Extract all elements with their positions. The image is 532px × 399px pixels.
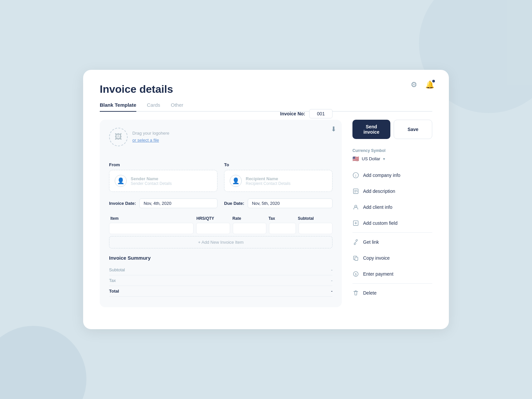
col-subtotal: Subtotal <box>298 216 331 221</box>
invoice-summary: Invoice Summury Subtotal - Tax - Total - <box>109 255 332 297</box>
sidebar-actions: i Add company info <box>352 167 432 301</box>
invoice-no-input[interactable] <box>309 109 332 118</box>
currency-chevron-icon: ▾ <box>383 157 385 161</box>
add-description-button[interactable]: Add description <box>352 183 432 199</box>
settings-button[interactable]: ⚙ <box>409 79 419 90</box>
main-content: ⬇ 🖼 Drag your logohere or select a file … <box>100 120 432 307</box>
summary-tax-value: - <box>331 278 332 283</box>
add-item-button[interactable]: + Add New Invoice Item <box>109 236 332 248</box>
send-invoice-button[interactable]: Send invoice <box>352 120 390 139</box>
notifications-button[interactable]: 🔔 <box>424 79 436 90</box>
invoice-panel: ⬇ 🖼 Drag your logohere or select a file … <box>100 120 342 307</box>
table-row <box>109 223 332 234</box>
col-rate: Rate <box>232 216 266 221</box>
svg-text:i: i <box>355 174 356 178</box>
item-cell-rate[interactable] <box>233 223 267 234</box>
copy-icon <box>352 255 359 261</box>
recipient-card[interactable]: 👤 Recipient Name Recipient Contact Detai… <box>224 170 332 192</box>
to-label: To <box>224 162 332 167</box>
page-title: Invoice details <box>100 83 432 95</box>
sender-details: Sender Contact Details <box>131 181 172 186</box>
tab-other[interactable]: Other <box>171 102 184 111</box>
sender-card[interactable]: 👤 Sender Name Sender Contact Details <box>109 170 217 192</box>
enter-payment-button[interactable]: $ Enter payment <box>352 266 432 282</box>
logo-area: 🖼 Drag your logohere or select a file <box>109 128 169 146</box>
tabs-container: Blank Template Cards Other <box>100 102 432 112</box>
client-info-icon <box>352 204 359 210</box>
divider-1 <box>352 232 432 233</box>
payment-icon: $ <box>352 271 359 277</box>
item-cell-tax[interactable] <box>269 223 296 234</box>
from-section: From 👤 Sender Name Sender Contact Detail… <box>109 162 217 192</box>
select-file-link[interactable]: or select a file <box>132 138 159 143</box>
item-cell-hrs[interactable] <box>196 223 230 234</box>
gear-icon: ⚙ <box>411 80 417 89</box>
from-to-row: From 👤 Sender Name Sender Contact Detail… <box>109 162 332 192</box>
summary-tax-label: Tax <box>109 278 116 283</box>
summary-subtotal-value: - <box>331 267 332 272</box>
col-tax: Tax <box>268 216 295 221</box>
svg-line-10 <box>355 241 356 243</box>
logo-and-invoice-no: 🖼 Drag your logohere or select a file In… <box>109 128 332 154</box>
tab-blank-template[interactable]: Blank Template <box>100 102 136 112</box>
summary-subtotal-label: Subtotal <box>109 267 125 272</box>
recipient-info: Recipient Name Recipient Contact Details <box>246 176 291 186</box>
dates-row: Invoice Date: Due Date: <box>109 199 332 208</box>
logo-placeholder: 🖼 <box>109 128 128 146</box>
invoice-date-label: Invoice Date: <box>109 201 136 206</box>
to-section: To 👤 Recipient Name Recipient Contact De… <box>224 162 332 192</box>
col-item: Item <box>110 216 194 221</box>
download-icon: ⬇ <box>331 125 336 133</box>
right-sidebar: Send invoice Save Currency Symbol 🇺🇸 US … <box>352 120 432 301</box>
trash-icon <box>352 290 359 296</box>
action-buttons: Send invoice Save <box>352 120 432 139</box>
items-table: Item HRS/QTY Rate Tax Subtotal + Add New… <box>109 216 332 248</box>
notification-badge <box>432 80 435 82</box>
from-label: From <box>109 162 217 167</box>
due-date-input[interactable] <box>248 199 332 208</box>
due-date-field: Due Date: <box>224 199 332 208</box>
recipient-icon: 👤 <box>230 175 242 187</box>
add-company-info-button[interactable]: i Add company info <box>352 167 432 183</box>
col-hrs-qty: HRS/QTY <box>197 216 230 221</box>
add-company-info-label: Add company info <box>363 173 400 178</box>
description-icon <box>352 188 359 195</box>
item-cell-name[interactable] <box>109 223 194 234</box>
summary-total-label: Total <box>109 289 119 294</box>
svg-rect-11 <box>355 257 358 260</box>
copy-invoice-label: Copy invoice <box>363 255 390 261</box>
summary-row-subtotal: Subtotal - <box>109 265 332 275</box>
logo-text: Drag your logohere or select a file <box>132 130 169 144</box>
delete-button[interactable]: Delete <box>352 285 432 301</box>
sender-icon: 👤 <box>115 175 127 187</box>
due-date-label: Due Date: <box>224 201 244 206</box>
currency-flag: 🇺🇸 <box>352 156 359 162</box>
currency-section: Currency Symbol 🇺🇸 US Dollar ▾ <box>352 148 432 162</box>
company-info-icon: i <box>352 172 359 179</box>
summary-title: Invoice Summury <box>109 255 332 261</box>
currency-selector[interactable]: 🇺🇸 US Dollar ▾ <box>352 156 432 162</box>
link-icon <box>352 239 359 245</box>
add-custom-field-label: Add custom field <box>363 220 398 226</box>
divider-2 <box>352 283 432 284</box>
invoice-no-row: Invoice No: <box>280 109 332 118</box>
invoice-date-input[interactable] <box>139 199 217 208</box>
copy-invoice-button[interactable]: Copy invoice <box>352 250 432 266</box>
invoice-no-label: Invoice No: <box>280 111 305 116</box>
add-custom-field-button[interactable]: Add custom field <box>352 215 432 231</box>
summary-row-total: Total - <box>109 286 332 297</box>
app-card: ⚙ 🔔 Invoice details Blank Template Cards… <box>83 70 449 329</box>
currency-label: Currency Symbol <box>352 148 432 153</box>
get-link-button[interactable]: Get link <box>352 234 432 250</box>
top-icons: ⚙ 🔔 <box>409 79 436 90</box>
svg-text:$: $ <box>355 272 357 276</box>
invoice-date-field: Invoice Date: <box>109 199 217 208</box>
tab-cards[interactable]: Cards <box>147 102 160 111</box>
add-client-info-button[interactable]: Add client info <box>352 199 432 215</box>
get-link-label: Get link <box>363 239 379 245</box>
save-button[interactable]: Save <box>394 120 432 139</box>
delete-label: Delete <box>363 290 376 296</box>
item-cell-subtotal[interactable] <box>299 223 332 234</box>
download-button[interactable]: ⬇ <box>331 125 336 133</box>
summary-total-value: - <box>331 289 332 294</box>
